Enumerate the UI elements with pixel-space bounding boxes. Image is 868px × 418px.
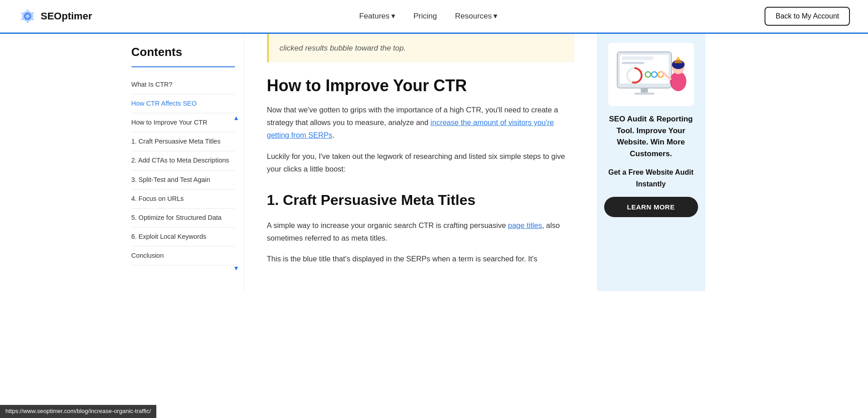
svg-marker-15 [674, 56, 683, 63]
logo-text: SEOptimer [41, 8, 92, 24]
nav-pricing[interactable]: Pricing [413, 10, 437, 22]
sidebar: Contents ▲ What Is CTR? How CTR Affects … [118, 34, 244, 291]
sub-heading-craft: 1. Craft Persuasive Meta Titles [267, 189, 574, 212]
header: SEOptimer Features ▾ Pricing Resources ▾… [0, 0, 868, 34]
sub-paragraph-2: This is the blue title that's displayed … [267, 252, 574, 265]
sidebar-item-focus-on-urls[interactable]: 4. Focus on URLs [131, 190, 235, 209]
sidebar-item-exploit-local[interactable]: 6. Exploit Local Keywords [131, 228, 235, 246]
chevron-down-icon: ▾ [391, 10, 395, 22]
scroll-down-icon[interactable]: ▼ [233, 263, 239, 273]
ad-text: SEO Audit & Reporting Tool. Improve Your… [604, 113, 698, 159]
sidebar-title: Contents [131, 43, 235, 67]
section-heading: How to Improve Your CTR [267, 76, 574, 95]
sidebar-item-craft-meta-titles[interactable]: 1. Craft Persuasive Meta Titles [131, 132, 235, 151]
chevron-down-icon: ▾ [493, 10, 497, 22]
svg-rect-9 [641, 88, 648, 93]
svg-rect-10 [634, 93, 654, 95]
main-nav: Features ▾ Pricing Resources ▾ [359, 10, 497, 22]
ad-panel: SEO Audit & Reporting Tool. Improve Your… [597, 34, 705, 291]
ad-illustration-svg [608, 43, 694, 106]
svg-rect-3 [622, 62, 644, 64]
sidebar-item-conclusion[interactable]: Conclusion [131, 246, 235, 265]
svg-point-11 [670, 71, 686, 91]
back-to-account-button[interactable]: Back to My Account [765, 7, 850, 26]
svg-rect-2 [622, 56, 653, 60]
page-titles-link[interactable]: page titles [508, 221, 542, 229]
sidebar-item-what-is-ctr[interactable]: What Is CTR? [131, 75, 235, 94]
sidebar-item-structured-data[interactable]: 5. Optimize for Structured Data [131, 209, 235, 228]
contents-list: What Is CTR? How CTR Affects SEO How to … [131, 75, 235, 266]
ad-subtext: Get a Free Website Audit Instantly [604, 167, 698, 190]
nav-resources[interactable]: Resources ▾ [455, 10, 497, 22]
logo-icon [18, 7, 37, 26]
sidebar-item-split-test[interactable]: 3. Split-Test and Test Again [131, 171, 235, 190]
scroll-up-icon[interactable]: ▲ [233, 113, 239, 123]
page-layout: Contents ▲ What Is CTR? How CTR Affects … [118, 34, 751, 291]
sub-paragraph-1: A simple way to increase your organic se… [267, 219, 574, 244]
logo[interactable]: SEOptimer [18, 7, 92, 26]
sidebar-item-how-ctr-affects-seo[interactable]: How CTR Affects SEO [131, 94, 235, 113]
learn-more-button[interactable]: LEARN MORE [604, 197, 698, 217]
intro-quote: clicked results bubble toward the top. [267, 34, 574, 62]
intro-paragraph-1: Now that we've gotten to grips with the … [267, 103, 574, 141]
sidebar-item-add-ctas[interactable]: 2. Add CTAs to Meta Descriptions [131, 151, 235, 170]
nav-features[interactable]: Features ▾ [359, 10, 395, 22]
ad-illustration [608, 43, 694, 106]
main-content: clicked results bubble toward the top. H… [244, 34, 597, 291]
intro-paragraph-2: Luckily for you, I've taken out the legw… [267, 150, 574, 175]
sidebar-item-how-to-improve[interactable]: How to Improve Your CTR [131, 113, 235, 132]
